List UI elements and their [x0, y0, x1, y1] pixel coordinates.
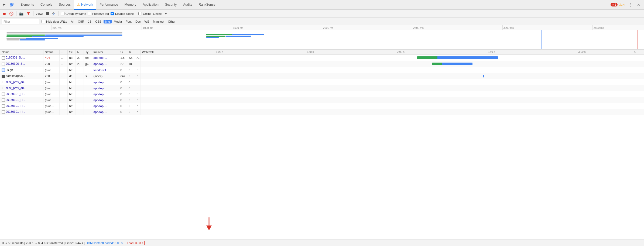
- col-header-type[interactable]: Ty: [84, 50, 92, 55]
- col-header-time[interactable]: Ti: [127, 50, 135, 55]
- tab-memory[interactable]: Memory: [121, 0, 139, 10]
- svg-rect-9: [52, 14, 53, 15]
- cell-initiator: app-top-...: [92, 79, 119, 85]
- timeline-area[interactable]: 500 ms 1000 ms 1500 ms 2000 ms 2500 ms 3…: [0, 25, 644, 50]
- table-row[interactable]: data:image/s... 200 ... da svg (index) (…: [0, 73, 644, 79]
- inspect-icon[interactable]: [9, 2, 15, 8]
- filter-type-font[interactable]: Font: [124, 20, 133, 23]
- offline-checkbox[interactable]: [138, 12, 142, 15]
- table-row[interactable]: us.gif (bloc... htt vendor-6f... 0 0 r: [0, 67, 644, 73]
- clear-button[interactable]: 🚫: [9, 11, 14, 16]
- tab-performance-label: Performance: [100, 3, 118, 6]
- hide-data-urls-checkbox[interactable]: [42, 20, 45, 23]
- record-button[interactable]: ⏺: [2, 11, 7, 16]
- disable-cache-group[interactable]: Disable cache: [111, 12, 134, 15]
- filter-icon[interactable]: [26, 11, 31, 16]
- cell-initiator: app-top-...: [92, 97, 119, 103]
- table-row[interactable]: 20180301_H... (bloc... htt app-top-... 0…: [0, 97, 644, 103]
- table-row[interactable]: 0180301_Su... 404 ... htt 2... tex app-t…: [0, 55, 644, 61]
- separator-2: [33, 11, 33, 16]
- group-by-frame-checkbox[interactable]: [61, 12, 64, 15]
- cell-size: 0: [119, 79, 127, 85]
- svg-rect-3: [12, 5, 13, 6]
- waterfall-label: Waterfall: [142, 50, 154, 54]
- cell-r: [76, 85, 84, 91]
- table-row[interactable]: 20180306_S... 200 ... htt 2... jp2 app-t…: [0, 61, 644, 67]
- tab-icons: [1, 2, 15, 8]
- tab-ranksense[interactable]: RankSense: [196, 0, 219, 10]
- timeline-bars: [0, 30, 644, 50]
- filter-type-css[interactable]: CSS: [94, 20, 103, 23]
- cell-name: 20180301_H...: [0, 109, 43, 115]
- filter-type-media[interactable]: Media: [112, 20, 124, 23]
- filter-type-xhr[interactable]: XHR: [76, 20, 86, 23]
- cell-status: (bloc...: [43, 67, 59, 73]
- wf-mark-3s: 3.00 s: [578, 50, 585, 53]
- preserve-log-group[interactable]: Preserve log: [88, 12, 109, 15]
- cell-sc: htt: [67, 97, 76, 103]
- col-header-status[interactable]: Status: [43, 50, 59, 55]
- table-row[interactable]: 20180301_H... (bloc... htt app-top-... 0…: [0, 91, 644, 97]
- filter-type-other[interactable]: Other: [166, 20, 177, 23]
- tab-security[interactable]: Security: [162, 0, 180, 10]
- grid-view-icon[interactable]: [51, 11, 56, 16]
- tab-console-label: Console: [40, 3, 52, 6]
- close-devtools-icon[interactable]: ✕: [635, 2, 642, 8]
- preserve-log-label: Preserve log: [92, 12, 109, 15]
- cell-size: 1.8: [119, 55, 127, 61]
- filter-type-doc[interactable]: Doc: [134, 20, 142, 23]
- list-view-icon[interactable]: [45, 11, 50, 16]
- col-header-waterfall[interactable]: Waterfall 1.00 s 1.50 s 2.00 s 2.50 s 3.…: [140, 50, 644, 55]
- svg-marker-12: [206, 226, 212, 230]
- table-row[interactable]: 20180301_H... (bloc... htt app-top-... 0…: [0, 109, 644, 115]
- timeline-bar-blue-1: [45, 35, 122, 36]
- network-warning-icon: ⚠: [77, 3, 80, 6]
- filter-type-all[interactable]: All: [69, 20, 76, 23]
- more-menu-icon[interactable]: ⋮: [627, 2, 634, 8]
- col-header-initiator[interactable]: Initiator: [92, 50, 119, 55]
- group-by-frame-group[interactable]: Group by frame: [61, 12, 86, 15]
- col-header-size[interactable]: Si: [119, 50, 127, 55]
- filter-type-img[interactable]: Img: [104, 20, 112, 23]
- tab-network[interactable]: ⚠ Network: [74, 0, 96, 10]
- col-header-sc[interactable]: Sc: [67, 50, 76, 55]
- filter-type-ws[interactable]: WS: [143, 20, 151, 23]
- col-header-name[interactable]: Name: [0, 50, 43, 55]
- cell-r: [76, 103, 84, 109]
- tab-elements[interactable]: Elements: [17, 0, 37, 10]
- table-row[interactable]: ‹slick_prev_arr... (bloc... htt app-top-…: [0, 85, 644, 91]
- tab-audits[interactable]: Audits: [180, 0, 195, 10]
- cell-initiator: app-top-...: [92, 91, 119, 97]
- col-header-x[interactable]: [135, 50, 140, 55]
- cell-initiator: app-top-...: [92, 55, 119, 61]
- timeline-bar-blue-3: [26, 38, 58, 39]
- warning-badge: ⚠ 21: [619, 3, 626, 6]
- tab-sources[interactable]: Sources: [56, 0, 74, 10]
- disable-cache-checkbox[interactable]: [111, 12, 114, 15]
- cell-dots: [59, 79, 67, 85]
- filter-type-js[interactable]: JS: [86, 20, 93, 23]
- disable-cache-label: Disable cache: [115, 12, 134, 15]
- cursor-icon[interactable]: [1, 2, 8, 8]
- table-row[interactable]: ‹slick_prev_arr... (bloc... htt app-top-…: [0, 79, 644, 85]
- hide-data-urls-group[interactable]: Hide data URLs: [42, 20, 67, 23]
- cell-x: [135, 61, 140, 67]
- col-header-r[interactable]: R...: [76, 50, 84, 55]
- cell-x: r: [135, 97, 140, 103]
- tab-application[interactable]: Application: [139, 0, 162, 10]
- tab-console[interactable]: Console: [37, 0, 56, 10]
- requests-table: Name Status ... Sc R... Ty Initiator Si …: [0, 50, 644, 115]
- network-table[interactable]: Name Status ... Sc R... Ty Initiator Si …: [0, 50, 644, 240]
- preserve-log-checkbox[interactable]: [88, 12, 91, 15]
- cell-initiator: app-top-...: [92, 109, 119, 115]
- tab-performance[interactable]: Performance: [96, 0, 121, 10]
- table-row[interactable]: 20180301_H... (bloc... htt app-top-... 0…: [0, 103, 644, 109]
- filter-input[interactable]: [2, 19, 39, 24]
- offline-group[interactable]: Offline: [138, 12, 152, 15]
- col-header-dots[interactable]: ...: [59, 50, 67, 55]
- camera-icon[interactable]: 📷: [19, 11, 24, 16]
- cell-waterfall: [140, 67, 644, 73]
- throttle-dropdown-icon[interactable]: ▾: [163, 11, 169, 16]
- cell-time: 18.: [127, 61, 135, 67]
- filter-type-manifest[interactable]: Manifest: [151, 20, 166, 23]
